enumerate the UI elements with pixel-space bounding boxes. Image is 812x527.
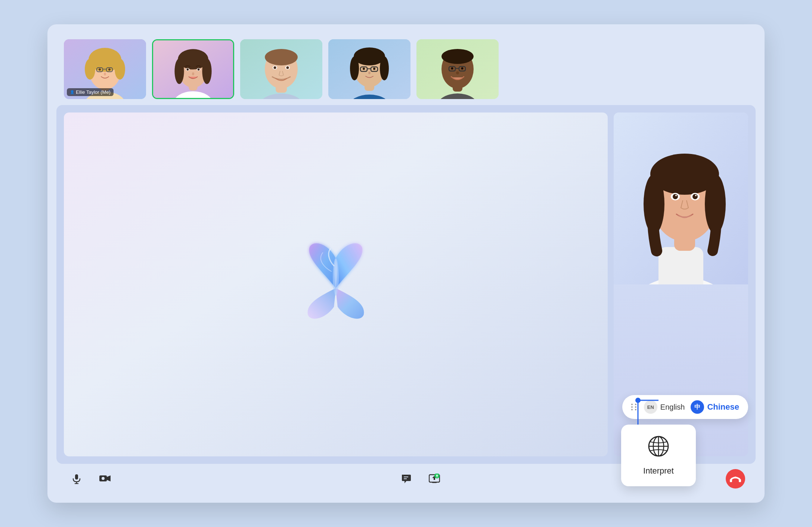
end-call-button[interactable] — [726, 469, 745, 489]
svg-point-68 — [673, 194, 678, 199]
svg-point-5 — [85, 59, 95, 80]
camera-button[interactable] — [95, 469, 115, 489]
svg-point-29 — [265, 49, 298, 65]
svg-point-51 — [441, 49, 474, 64]
microphone-button[interactable] — [67, 469, 86, 489]
svg-point-55 — [451, 67, 453, 70]
main-content-area: EN English 中 Chinese — [56, 105, 756, 464]
svg-rect-81 — [75, 474, 78, 480]
english-label: English — [660, 403, 685, 412]
svg-rect-61 — [658, 247, 703, 284]
chat-button[interactable] — [396, 469, 416, 489]
svg-point-6 — [115, 59, 125, 80]
participant-tile-4[interactable] — [328, 39, 410, 99]
toolbar-center — [396, 469, 444, 489]
language-option-chinese[interactable]: 中 Chinese — [691, 400, 739, 414]
svg-point-31 — [274, 67, 276, 69]
svg-point-23 — [198, 68, 200, 71]
svg-point-19 — [202, 59, 211, 84]
svg-point-38 — [354, 47, 385, 65]
participant-tile-2[interactable] — [152, 39, 234, 99]
chinese-label: Chinese — [707, 402, 739, 412]
participant-tile-1[interactable]: 👤 Ellie Taylor (Me) — [64, 39, 146, 99]
svg-point-72 — [695, 195, 697, 196]
svg-rect-94 — [730, 479, 732, 482]
svg-point-40 — [380, 56, 389, 80]
svg-point-21 — [186, 68, 189, 71]
svg-point-12 — [104, 73, 106, 75]
svg-marker-85 — [107, 475, 111, 481]
logo-container — [287, 236, 384, 333]
svg-point-11 — [108, 68, 111, 71]
svg-point-10 — [99, 68, 101, 71]
svg-point-33 — [286, 67, 289, 69]
svg-point-24 — [192, 73, 194, 75]
svg-point-75 — [635, 398, 641, 403]
svg-point-71 — [692, 194, 698, 199]
svg-point-39 — [350, 56, 359, 80]
svg-rect-95 — [739, 479, 741, 482]
svg-point-57 — [456, 71, 459, 74]
svg-point-86 — [102, 477, 105, 480]
participant-strip: 👤 Ellie Taylor (Me) — [56, 33, 756, 105]
participant-tile-3[interactable] — [240, 39, 322, 99]
participant-name-badge-1: 👤 Ellie Taylor (Me) — [67, 88, 114, 96]
interpret-popup[interactable]: Interpret — [621, 425, 696, 486]
toolbar-left — [67, 469, 115, 489]
svg-point-58 — [333, 258, 339, 296]
svg-point-69 — [675, 195, 677, 196]
svg-point-18 — [174, 59, 184, 84]
toolbar-right — [726, 469, 745, 489]
chinese-badge: 中 — [691, 400, 704, 414]
svg-point-44 — [363, 68, 365, 70]
participant-tile-5[interactable] — [416, 39, 499, 99]
svg-point-46 — [368, 72, 371, 74]
share-screen-button[interactable] — [425, 469, 444, 489]
globe-icon — [647, 435, 670, 462]
screen-share-area — [64, 113, 608, 456]
interpret-label: Interpret — [643, 466, 674, 476]
svg-point-45 — [373, 68, 375, 70]
app-window: 👤 Ellie Taylor (Me) — [47, 24, 765, 503]
svg-point-56 — [461, 67, 464, 70]
